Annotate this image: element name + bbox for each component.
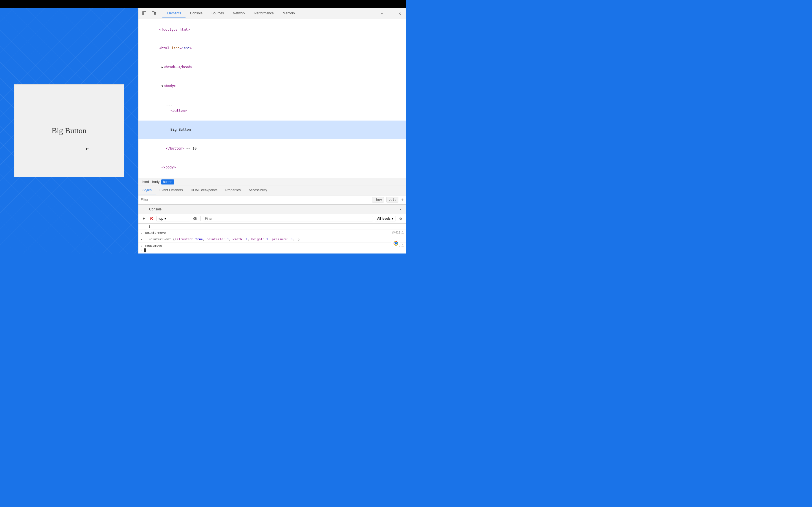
top-bar [0, 0, 406, 8]
console-line-pointermove-1-detail: ▶ PointerEvent {isTrusted: true, pointer… [139, 236, 406, 243]
console-play-button[interactable] [141, 216, 147, 222]
console-panel-header: ⋮ Console ✕ [139, 205, 406, 214]
big-button[interactable]: Big Button [52, 126, 87, 135]
cls-button[interactable]: .cls [386, 197, 398, 203]
subtab-accessibility[interactable]: Accessibility [245, 186, 271, 195]
console-prompt-icon: › [141, 248, 143, 252]
subtab-styles[interactable]: Styles [139, 186, 156, 195]
console-title: Console [148, 207, 396, 211]
tab-memory[interactable]: Memory [278, 10, 299, 17]
console-line-mousemove-1: ▶ mousemove VM411:1 [139, 243, 406, 247]
svg-rect-0 [143, 11, 146, 15]
console-output[interactable]: } ▶ pointermove VM411:1 ▶ PointerEvent {… [139, 224, 406, 247]
styles-filter-input[interactable] [141, 198, 370, 202]
cursor-indicator [86, 148, 89, 150]
console-toolbar: top ▾ All levels ▾ ⚙ [139, 214, 406, 224]
html-line-html[interactable]: <html lang="en"> [139, 39, 406, 58]
console-line-pointermove-1: ▶ pointermove VM411:1 [139, 230, 406, 236]
devtools-panel: Elements Console Sources Network Perform… [138, 8, 406, 253]
breadcrumb-html[interactable]: html [141, 179, 151, 184]
console-stop-button[interactable] [149, 216, 155, 222]
html-line-button-close[interactable]: </button> == $0 [139, 139, 406, 158]
chrome-logo [391, 239, 400, 248]
tab-console[interactable]: Console [186, 10, 207, 17]
html-line-head[interactable]: ▶<head>…</head> [139, 58, 406, 77]
devtools-menu-button[interactable]: ⋮ [387, 10, 395, 17]
devtools-toolbar: Elements Console Sources Network Perform… [139, 8, 406, 19]
svg-rect-2 [152, 11, 154, 15]
svg-point-12 [395, 242, 397, 244]
expand-mousemove-1-icon[interactable]: ▶ [141, 244, 142, 247]
breadcrumb-body[interactable]: body [151, 179, 161, 184]
tab-network[interactable]: Network [229, 10, 250, 17]
svg-line-6 [151, 218, 153, 219]
webpage-content-box: Big Button [14, 84, 124, 177]
webpage-preview: Big Button [0, 8, 138, 253]
levels-chevron-icon: ▾ [392, 217, 393, 221]
console-eye-icon[interactable] [192, 216, 198, 222]
console-cursor[interactable] [144, 248, 146, 252]
subtab-dom-breakpoints[interactable]: DOM Breakpoints [187, 186, 221, 195]
breadcrumb-bar: html body button [139, 178, 406, 186]
expand-pointer-detail-1-icon[interactable]: ▶ [141, 237, 142, 241]
device-toolbar-icon[interactable] [150, 10, 158, 17]
devtools-close-button[interactable]: ✕ [396, 10, 404, 17]
levels-select[interactable]: All levels ▾ [375, 216, 396, 221]
console-toolbar-divider [200, 216, 201, 221]
styles-filter-row: :hov .cls + [139, 195, 406, 205]
levels-value: All levels [377, 217, 391, 221]
html-line-ellipsis[interactable]: ... <button> [139, 96, 406, 120]
html-line-body[interactable]: ▼<body> [139, 76, 406, 96]
console-line-brace: } [139, 224, 406, 230]
subtab-properties[interactable]: Properties [221, 186, 245, 195]
console-context-select[interactable]: top ▾ [156, 216, 190, 221]
svg-marker-4 [143, 217, 145, 220]
console-settings-icon[interactable]: ⚙ [398, 216, 404, 222]
console-input-line: › [139, 247, 406, 253]
html-line-button-text[interactable]: Big Button [139, 121, 406, 139]
inspect-element-icon[interactable] [141, 10, 149, 17]
elements-panel: <!doctype html> <html lang="en"> ▶<head>… [139, 19, 406, 178]
console-filter-input[interactable] [203, 216, 373, 221]
subtab-event-listeners[interactable]: Event Listeners [156, 186, 187, 195]
hov-button[interactable]: :hov [372, 197, 384, 203]
svg-point-8 [195, 218, 196, 219]
more-tabs-button[interactable]: » [378, 10, 386, 17]
console-menu-icon[interactable]: ⋮ [141, 206, 147, 212]
source-ref-1: VM411:1 [392, 230, 404, 235]
tab-sources[interactable]: Sources [207, 10, 229, 17]
add-style-button[interactable]: + [401, 197, 404, 202]
context-value: top [158, 217, 163, 221]
html-line-body-close[interactable]: </body> [139, 158, 406, 177]
console-close-button[interactable]: ✕ [398, 206, 404, 212]
tab-performance[interactable]: Performance [250, 10, 278, 17]
chevron-down-icon: ▾ [164, 217, 166, 221]
html-line-doctype[interactable]: <!doctype html> [139, 20, 406, 39]
subtabs-bar: Styles Event Listeners DOM Breakpoints P… [139, 186, 406, 195]
devtools-tabs: Elements Console Sources Network Perform… [162, 10, 386, 17]
toolbar-divider [160, 11, 160, 16]
tab-elements[interactable]: Elements [162, 10, 186, 17]
expand-pointermove-1-icon[interactable]: ▶ [141, 231, 142, 235]
breadcrumb-button[interactable]: button [161, 179, 174, 184]
svg-rect-3 [154, 12, 156, 14]
